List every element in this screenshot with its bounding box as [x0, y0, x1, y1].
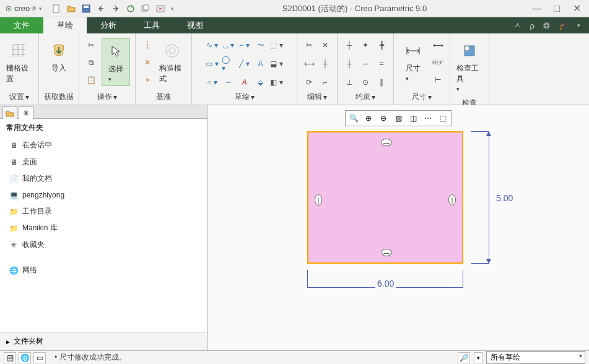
- group-settings-label[interactable]: 设置 ▾: [9, 89, 29, 105]
- repaint-icon[interactable]: ▨: [391, 112, 405, 124]
- dimension-height-value[interactable]: 5.00: [496, 193, 513, 203]
- copy-icon[interactable]: ⧉: [84, 56, 98, 69]
- horizontal-constraint-icon[interactable]: ┼: [342, 57, 356, 71]
- tab-sketch[interactable]: 草绘: [43, 17, 87, 33]
- group-constraints-label[interactable]: 约束 ▾: [356, 89, 375, 105]
- perpendicular-constraint-icon[interactable]: ⊥: [342, 76, 356, 89]
- text-format-icon[interactable]: A: [238, 76, 251, 89]
- tangent-constraint-icon[interactable]: ✦: [359, 38, 372, 52]
- arc-tool-icon[interactable]: ◡ ▾: [222, 38, 235, 52]
- trim-icon[interactable]: ✂: [302, 38, 316, 52]
- folder-working-dir[interactable]: 📁工作目录: [6, 203, 201, 220]
- dimension-width[interactable]: 6.00: [307, 279, 463, 297]
- sb-find-icon[interactable]: 🔎: [458, 352, 470, 363]
- ribbon-collapse-icon[interactable]: ㅅ: [513, 20, 521, 31]
- baseline-dim-icon[interactable]: ⟷: [431, 38, 445, 52]
- point-icon[interactable]: ✕: [141, 56, 154, 69]
- folder-documents[interactable]: 📄我的文档: [6, 170, 201, 187]
- view-manager-icon[interactable]: ⬚: [436, 112, 450, 124]
- tab-view[interactable]: 视图: [173, 17, 217, 33]
- sketch-rectangle[interactable]: — — | |: [307, 131, 463, 264]
- folder-browser-tab[interactable]: [2, 106, 17, 119]
- group-edit-label[interactable]: 编辑 ▾: [307, 89, 327, 105]
- open-folder-icon[interactable]: [64, 2, 78, 15]
- save-icon[interactable]: [79, 2, 93, 15]
- coincident-constraint-icon[interactable]: ⊙: [359, 76, 372, 89]
- select-button[interactable]: 选择▾: [102, 38, 130, 86]
- redo-icon[interactable]: [109, 2, 123, 15]
- learning-icon[interactable]: 🎓: [559, 21, 569, 30]
- import-button[interactable]: 导入: [45, 38, 73, 76]
- saved-views-icon[interactable]: ⋯: [421, 112, 435, 124]
- sb-model-tree-icon[interactable]: ▤: [4, 352, 16, 363]
- palette-tool-icon[interactable]: ◧ ▾: [270, 76, 284, 89]
- qat-dropdown-icon[interactable]: ▾: [168, 2, 177, 15]
- close-button[interactable]: ✕: [572, 4, 582, 14]
- help-settings-icon[interactable]: ❂: [543, 21, 550, 30]
- project-tool-icon[interactable]: ⬙: [254, 76, 268, 89]
- folder-desktop[interactable]: 🖥桌面: [6, 154, 201, 170]
- graphics-canvas[interactable]: 🔍 ⊕ ⊖ ▨ ◫ ⋯ ⬚ — — | | 5.00 6.00: [207, 105, 589, 350]
- undo-icon[interactable]: [94, 2, 108, 15]
- vertical-constraint-icon[interactable]: ┼: [342, 38, 356, 52]
- zoom-fit-icon[interactable]: 🔍: [347, 112, 360, 124]
- group-dimension-label[interactable]: 尺寸 ▾: [412, 89, 432, 105]
- dimension-width-value[interactable]: 6.00: [375, 279, 396, 288]
- help-dropdown-icon[interactable]: ▾: [577, 22, 580, 28]
- tab-file[interactable]: 文件: [0, 17, 43, 33]
- constraint-horizontal-bottom[interactable]: —: [381, 249, 392, 256]
- folder-tree-toggle[interactable]: ▸ 文件夹树: [0, 332, 207, 350]
- inspect-tools-button[interactable]: 检查工具▾: [455, 38, 484, 95]
- rotate-icon[interactable]: ⟳: [302, 76, 316, 89]
- windows-icon[interactable]: [139, 2, 152, 15]
- maximize-button[interactable]: □: [552, 4, 562, 14]
- circle-tool-icon[interactable]: ○ ▾: [206, 76, 219, 89]
- tab-analysis[interactable]: 分析: [87, 17, 130, 33]
- symmetric-constraint-icon[interactable]: ↔: [359, 57, 372, 71]
- zoom-in-icon[interactable]: ⊕: [362, 112, 375, 124]
- rectangle-tool-icon[interactable]: ▭ ▾: [206, 57, 219, 71]
- folder-favorites[interactable]: ✳收藏夹: [6, 236, 201, 253]
- chamfer-tool-icon[interactable]: ╱ ▾: [238, 57, 251, 71]
- offset-tool-icon[interactable]: ⬚ ▾: [270, 38, 284, 52]
- zoom-out-icon[interactable]: ⊖: [377, 112, 390, 124]
- centerline-icon[interactable]: ┆: [141, 38, 154, 52]
- tab-tools[interactable]: 工具: [130, 17, 173, 33]
- display-style-icon[interactable]: ◫: [406, 112, 420, 124]
- folder-manikin[interactable]: 📁Manikin 库: [6, 220, 201, 236]
- group-sketch-label[interactable]: 草绘 ▾: [235, 89, 255, 105]
- divide-icon[interactable]: ┼: [318, 57, 332, 71]
- midpoint-constraint-icon[interactable]: ╋: [375, 38, 388, 52]
- spline-tool-icon[interactable]: 〜: [254, 38, 268, 52]
- parallel-constraint-icon[interactable]: ∥: [375, 76, 388, 89]
- construction-mode-button[interactable]: 构造模式: [158, 38, 186, 87]
- paste-icon[interactable]: 📋: [84, 73, 98, 87]
- close-window-icon[interactable]: [154, 2, 167, 15]
- delete-segment-icon[interactable]: ✕: [318, 38, 332, 52]
- favorites-tab[interactable]: ✳: [19, 106, 33, 119]
- constraint-vertical-right[interactable]: |: [448, 194, 456, 206]
- minimize-button[interactable]: —: [532, 4, 542, 14]
- dimension-height[interactable]: 5.00: [480, 131, 505, 264]
- constraint-horizontal-top[interactable]: —: [381, 139, 392, 146]
- grid-settings-button[interactable]: 栅格设置: [5, 38, 33, 87]
- corner-icon[interactable]: ⌐: [318, 76, 332, 89]
- ref-dim-icon[interactable]: REF: [431, 56, 445, 69]
- selection-filter-combo[interactable]: 所有草绘: [486, 351, 585, 364]
- text-tool-icon[interactable]: A: [254, 57, 268, 71]
- folder-network[interactable]: 🌐网络: [6, 262, 201, 279]
- group-operations-label[interactable]: 操作 ▾: [97, 89, 117, 105]
- new-file-icon[interactable]: [50, 2, 63, 15]
- line-tool-icon[interactable]: ∿ ▾: [206, 38, 219, 52]
- sb-find-dropdown[interactable]: ▾: [474, 352, 482, 363]
- sb-browser-icon[interactable]: 🌐: [19, 352, 31, 363]
- dimension-button[interactable]: 尺寸▾: [399, 38, 427, 85]
- equal-constraint-icon[interactable]: =: [375, 57, 388, 71]
- regenerate-icon[interactable]: [124, 2, 137, 15]
- fillet-tool-icon[interactable]: ⌐ ▾: [238, 38, 251, 52]
- ordinate-dim-icon[interactable]: ⊢: [431, 73, 445, 87]
- search-help-icon[interactable]: ρ: [530, 21, 534, 30]
- curve-tool-icon[interactable]: ∼: [222, 76, 235, 89]
- folder-in-session[interactable]: 🖥在会话中: [6, 137, 201, 154]
- mirror-icon[interactable]: ⟷: [302, 57, 316, 71]
